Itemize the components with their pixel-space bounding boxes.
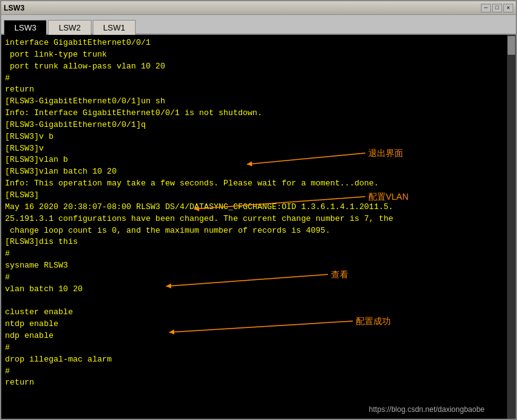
maximize-button[interactable]: □ [492,4,502,12]
window-title: LSW3 [4,4,24,12]
tab-lsw1[interactable]: LSW1 [93,20,136,35]
minimize-button[interactable]: ─ [481,4,491,12]
watermark: https://blog.csdn.net/daxiongbaobe [369,405,485,414]
terminal-area: interface GigabitEthernet0/0/1 port link… [1,35,516,419]
tab-lsw2[interactable]: LSW2 [48,20,91,35]
scrollbar[interactable] [507,35,516,419]
tab-lsw3[interactable]: LSW3 [4,20,47,35]
title-bar: LSW3 ─ □ ✕ [1,1,516,15]
terminal-output: interface GigabitEthernet0/0/1 port link… [5,37,512,389]
title-bar-buttons: ─ □ ✕ [481,4,513,12]
scrollbar-thumb[interactable] [508,36,515,55]
main-window: LSW3 ─ □ ✕ LSW3 LSW2 LSW1 interface Giga… [0,0,517,420]
close-button[interactable]: ✕ [503,4,513,12]
terminal-content: interface GigabitEthernet0/0/1 port link… [1,35,516,419]
tabs-bar: LSW3 LSW2 LSW1 [1,15,516,35]
